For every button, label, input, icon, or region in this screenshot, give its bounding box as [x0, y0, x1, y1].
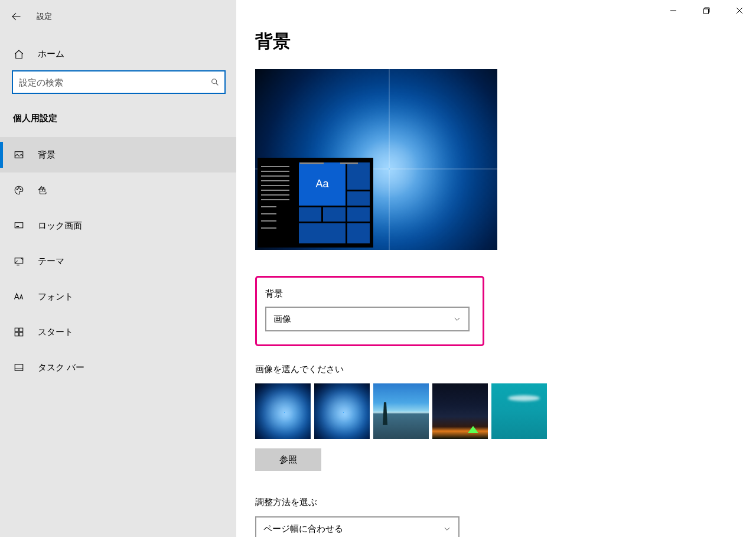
- start-menu-preview: Aa: [258, 158, 373, 248]
- svg-point-3: [18, 188, 19, 189]
- sidebar-item-label: ホーム: [38, 48, 64, 60]
- image-thumbnails: [255, 383, 756, 439]
- svg-point-2: [17, 189, 18, 190]
- close-icon: [736, 7, 743, 14]
- titlebar-left: 設定: [0, 5, 236, 28]
- minimize-button[interactable]: [657, 0, 690, 21]
- dropdown-value: ページ幅に合わせる: [263, 523, 343, 535]
- sidebar-item-label: ロック画面: [38, 220, 82, 232]
- picture-icon: [13, 149, 25, 160]
- background-field-label: 背景: [265, 288, 471, 300]
- preview-tile-text: Aa: [299, 162, 346, 206]
- svg-rect-10: [19, 333, 23, 336]
- svg-rect-9: [15, 333, 18, 336]
- sidebar-item-label: フォント: [38, 291, 73, 302]
- fit-dropdown[interactable]: ページ幅に合わせる: [255, 516, 460, 537]
- sidebar-item-label: 色: [38, 185, 47, 196]
- close-button[interactable]: [723, 0, 756, 21]
- category-title: 個人用設定: [0, 94, 236, 124]
- maximize-icon: [703, 7, 710, 14]
- thumbnail-4[interactable]: [432, 383, 488, 439]
- search-container: [0, 66, 236, 94]
- nav: 背景 色 ロック画面 テーマ フォント: [0, 137, 236, 385]
- fit-label: 調整方法を選ぶ: [255, 497, 756, 508]
- search-box[interactable]: [12, 70, 226, 94]
- home-icon: [13, 49, 25, 60]
- chevron-down-icon: [443, 525, 451, 533]
- sidebar-item-label: テーマ: [38, 256, 64, 267]
- minimize-icon: [670, 7, 677, 14]
- sidebar-item-lockscreen[interactable]: ロック画面: [0, 208, 236, 243]
- search-icon: [210, 77, 220, 87]
- svg-point-0: [212, 79, 217, 84]
- sidebar-item-taskbar[interactable]: タスク バー: [0, 350, 236, 385]
- svg-rect-11: [15, 364, 23, 371]
- thumbnail-2[interactable]: [314, 383, 370, 439]
- thumbnail-5[interactable]: [491, 383, 547, 439]
- thumbnail-1[interactable]: [255, 383, 311, 439]
- svg-rect-8: [19, 328, 23, 331]
- arrow-left-icon: [11, 11, 21, 22]
- search-input[interactable]: [19, 77, 210, 87]
- font-icon: [13, 292, 25, 301]
- browse-button-label: 参照: [279, 454, 297, 466]
- palette-icon: [13, 185, 25, 196]
- back-button[interactable]: [8, 9, 24, 24]
- page-title: 背景: [255, 30, 756, 54]
- dropdown-value: 画像: [273, 314, 291, 325]
- sidebar-item-home[interactable]: ホーム: [0, 43, 236, 66]
- window-controls: [236, 0, 756, 21]
- sidebar-item-label: スタート: [38, 327, 73, 338]
- background-type-dropdown[interactable]: 画像: [265, 307, 470, 331]
- svg-rect-5: [15, 223, 23, 228]
- app-title: 設定: [37, 11, 52, 22]
- taskbar-icon: [13, 362, 25, 373]
- content: 背景 Aa 背景: [236, 21, 756, 537]
- background-type-highlight: 背景 画像: [255, 276, 484, 346]
- choose-image-label: 画像を選んでください: [255, 364, 756, 375]
- maximize-button[interactable]: [690, 0, 723, 21]
- sidebar-item-label: タスク バー: [38, 362, 84, 373]
- sidebar-item-colors[interactable]: 色: [0, 173, 236, 208]
- svg-rect-14: [704, 9, 709, 14]
- sidebar: 設定 ホーム 個人用設定 背景 色: [0, 0, 236, 537]
- main: 背景 Aa 背景: [236, 0, 756, 537]
- thumbnail-3[interactable]: [373, 383, 429, 439]
- start-icon: [13, 327, 25, 337]
- sidebar-item-fonts[interactable]: フォント: [0, 279, 236, 314]
- browse-button[interactable]: 参照: [255, 448, 321, 471]
- sidebar-item-label: 背景: [38, 149, 56, 161]
- sidebar-item-start[interactable]: スタート: [0, 314, 236, 350]
- themes-icon: [13, 256, 25, 266]
- lockscreen-icon: [13, 220, 25, 231]
- chevron-down-icon: [453, 315, 461, 323]
- svg-point-4: [20, 189, 21, 190]
- sidebar-item-background[interactable]: 背景: [0, 137, 236, 173]
- sidebar-item-themes[interactable]: テーマ: [0, 243, 236, 279]
- desktop-preview: Aa: [255, 69, 497, 250]
- svg-rect-7: [15, 328, 18, 331]
